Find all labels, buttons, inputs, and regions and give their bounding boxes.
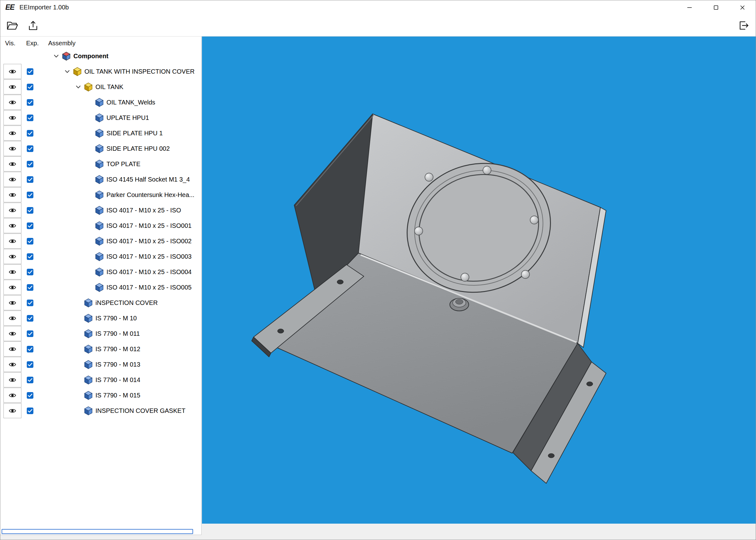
chevron-down-icon[interactable] — [73, 84, 84, 90]
export-checkbox[interactable] — [27, 161, 33, 167]
tree-item-label: IS 7790 - M 013 — [95, 361, 140, 368]
eye-icon — [9, 192, 16, 198]
tree-row[interactable]: IS 7790 - M 012 — [0, 341, 201, 357]
tree-item-label: OIL TANK_Welds — [106, 99, 155, 106]
visibility-eye-button[interactable] — [3, 280, 21, 295]
visibility-eye-button[interactable] — [3, 403, 21, 418]
tree-row[interactable]: UPLATE HPU1 — [0, 110, 201, 126]
export-checkbox[interactable] — [27, 408, 33, 414]
chevron-down-icon[interactable] — [50, 53, 62, 60]
export-checkbox[interactable] — [27, 192, 33, 198]
close-button[interactable] — [729, 0, 756, 15]
export-icon — [737, 20, 749, 32]
tree-row[interactable]: Component — [0, 49, 201, 64]
export-checkbox[interactable] — [27, 207, 33, 214]
visibility-eye-button[interactable] — [3, 110, 21, 125]
part-icon — [95, 160, 104, 169]
export-checkbox[interactable] — [27, 253, 33, 260]
export-checkbox[interactable] — [27, 99, 33, 106]
tree-row[interactable]: Parker Countersunk Hex-Hea... — [0, 187, 201, 202]
tree-row[interactable]: ISO 4017 - M10 x 25 - ISO — [0, 202, 201, 218]
visibility-eye-button[interactable] — [3, 126, 21, 141]
visibility-eye-button[interactable] — [3, 295, 21, 310]
export-checkbox[interactable] — [27, 361, 33, 368]
import-model-button[interactable] — [24, 17, 42, 34]
tree-row[interactable]: ISO 4017 - M10 x 25 - ISO002 — [0, 233, 201, 249]
export-checkbox[interactable] — [27, 238, 33, 244]
column-header-vis: Vis. — [5, 40, 15, 47]
export-checkbox[interactable] — [27, 300, 33, 306]
model-viewport[interactable] — [202, 37, 756, 524]
tree-item-label: SIDE PLATE HPU 002 — [106, 145, 170, 152]
tree-row[interactable]: SIDE PLATE HPU 1 — [0, 126, 201, 141]
visibility-eye-button[interactable] — [3, 341, 21, 356]
chevron-down-icon[interactable] — [62, 68, 73, 75]
export-checkbox[interactable] — [27, 130, 33, 137]
tree-row[interactable]: iNSPECTION COVER — [0, 295, 201, 311]
visibility-eye-button[interactable] — [3, 357, 21, 372]
tree-row[interactable]: IS 7790 - M 10 — [0, 311, 201, 326]
tree-row[interactable]: OIL TANK_Welds — [0, 95, 201, 110]
tree-row[interactable]: TOP PLATE — [0, 156, 201, 172]
visibility-eye-button[interactable] — [3, 264, 21, 279]
visibility-eye-button[interactable] — [3, 187, 21, 202]
eye-icon — [9, 331, 16, 337]
visibility-eye-button[interactable] — [3, 95, 21, 110]
export-checkbox[interactable] — [27, 176, 33, 183]
export-checkbox[interactable] — [27, 284, 33, 291]
export-checkbox[interactable] — [27, 114, 33, 121]
export-checkbox[interactable] — [27, 222, 33, 229]
tree-row[interactable]: INSPECTION COVER GASKET — [0, 403, 201, 419]
visibility-eye-button[interactable] — [3, 388, 21, 403]
export-checkbox[interactable] — [27, 377, 33, 383]
visibility-eye-button[interactable] — [3, 311, 21, 326]
export-checkbox[interactable] — [27, 145, 33, 152]
tree-row[interactable]: ISO 4017 - M10 x 25 - ISO004 — [0, 264, 201, 280]
tree-row[interactable]: IS 7790 - M 014 — [0, 372, 201, 388]
tree-item-label: UPLATE HPU1 — [106, 114, 149, 121]
tree-item-label: ISO 4017 - M10 x 25 - ISO003 — [106, 253, 192, 260]
export-checkbox[interactable] — [27, 331, 33, 337]
part-icon — [84, 375, 94, 384]
assembly-tree-panel: Vis. Exp. Assembly ComponentOIL TANK WIT… — [0, 37, 202, 535]
export-checkbox[interactable] — [27, 84, 33, 90]
visibility-eye-button[interactable] — [3, 249, 21, 264]
eye-icon — [9, 269, 16, 275]
export-checkbox[interactable] — [27, 346, 33, 352]
tree-item-label: IS 7790 - M 10 — [95, 315, 137, 322]
export-checkbox[interactable] — [27, 269, 33, 275]
tree-row[interactable]: OIL TANK WITH INSPECTION COVER — [0, 64, 201, 79]
visibility-eye-button[interactable] — [3, 372, 21, 387]
tree-row[interactable]: IS 7790 - M 013 — [0, 357, 201, 372]
part-icon — [84, 344, 94, 354]
tree-row[interactable]: SIDE PLATE HPU 002 — [0, 141, 201, 156]
horizontal-scrollbar[interactable] — [2, 529, 193, 534]
visibility-eye-button[interactable] — [3, 156, 21, 172]
visibility-eye-button[interactable] — [3, 79, 21, 94]
tree-row[interactable]: ISO 4145 Half Socket M1 3_4 — [0, 172, 201, 187]
tree-row[interactable]: ISO 4017 - M10 x 25 - ISO003 — [0, 249, 201, 264]
eye-icon — [9, 115, 16, 120]
window-controls — [676, 0, 756, 15]
open-file-button[interactable] — [3, 17, 21, 34]
visibility-eye-button[interactable] — [3, 218, 21, 233]
visibility-eye-button[interactable] — [3, 64, 21, 79]
export-checkbox[interactable] — [27, 392, 33, 399]
visibility-eye-button[interactable] — [3, 141, 21, 156]
tree-row[interactable]: OIL TANK — [0, 79, 201, 95]
visibility-eye-button[interactable] — [3, 233, 21, 249]
maximize-button[interactable] — [703, 0, 729, 15]
export-checkbox[interactable] — [27, 315, 33, 322]
export-checkbox[interactable] — [27, 68, 33, 75]
visibility-eye-button[interactable] — [3, 202, 21, 218]
tree-row[interactable]: IS 7790 - M 011 — [0, 326, 201, 341]
tree-row[interactable]: ISO 4017 - M10 x 25 - ISO005 — [0, 280, 201, 295]
tree-row[interactable]: IS 7790 - M 015 — [0, 388, 201, 403]
tree-item-label: ISO 4145 Half Socket M1 3_4 — [106, 176, 190, 183]
export-button[interactable] — [734, 17, 752, 34]
minimize-button[interactable] — [676, 0, 703, 15]
visibility-eye-button[interactable] — [3, 172, 21, 187]
tree-row[interactable]: ISO 4017 - M10 x 25 - ISO001 — [0, 218, 201, 233]
checkmark-icon — [28, 393, 33, 397]
visibility-eye-button[interactable] — [3, 326, 21, 341]
